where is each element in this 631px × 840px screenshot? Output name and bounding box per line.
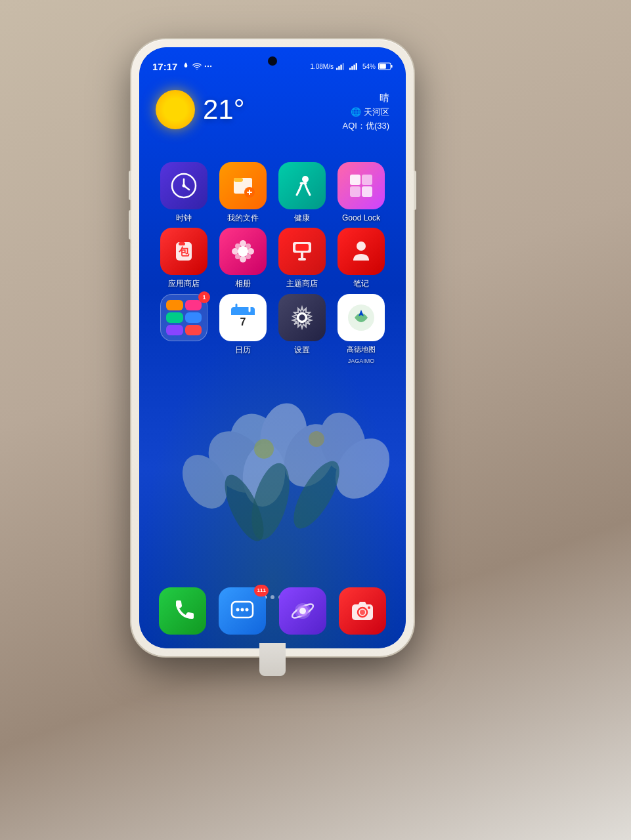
svg-point-15 [210,66,211,67]
app-item-themes[interactable]: 主题商店 [272,228,332,288]
weather-aqi: AQI：优(33) [342,119,389,133]
battery-percent: 54% [362,63,376,70]
svg-point-83 [368,606,370,609]
volume-up-button[interactable] [129,171,131,200]
notes-icon [337,228,385,275]
svg-rect-32 [234,178,243,182]
svg-point-56 [235,254,240,259]
dock-item-browser[interactable] [279,587,326,635]
files-label: 我的文件 [227,213,259,222]
svg-rect-22 [353,65,355,70]
signal-icon [336,62,347,70]
app-item-gallery[interactable]: 相册 [213,228,272,288]
calendar-svg: 7 [228,303,257,332]
app-item-notes[interactable]: 笔记 [332,228,391,288]
messages-badge: 111 [254,585,269,597]
appstore-label: 应用商店 [168,279,200,288]
svg-line-39 [305,183,307,190]
app-grid: 时钟 我的文件 [149,162,396,365]
weather-location: 🌐 天河区 [342,106,389,119]
svg-rect-44 [350,186,360,197]
goodlock-icon [337,162,385,209]
battery-icon [378,62,393,70]
clock-icon [160,162,207,209]
svg-point-52 [232,248,238,255]
svg-point-11 [254,439,274,459]
dock: 111 [152,579,393,642]
app-item-clock[interactable]: 时钟 [154,162,213,222]
camera-svg [349,598,376,624]
network-speed: 1.08M/s [310,63,334,70]
health-svg [288,171,316,200]
svg-rect-19 [343,63,344,70]
health-label: 健康 [294,213,310,222]
messages-icon: 111 [219,587,266,635]
svg-rect-42 [350,175,360,185]
svg-point-50 [240,240,246,247]
status-left: 17:17 [152,61,213,72]
app-item-map[interactable]: 高德地图 JAGAIMO [332,294,391,365]
svg-line-40 [297,190,299,195]
status-icons [181,62,213,71]
app-item-health[interactable]: 健康 [272,162,332,222]
svg-point-70 [298,314,306,322]
dock-item-camera[interactable] [339,587,386,635]
gallery-icon [219,228,267,275]
calendar-label: 日历 [235,345,251,354]
map-sublabel: JAGAIMO [348,358,375,365]
svg-rect-23 [356,63,357,70]
files-svg [228,171,257,200]
svg-rect-45 [362,186,372,197]
svg-rect-20 [349,68,351,70]
themes-label: 主题商店 [286,279,318,288]
themes-icon [278,228,326,275]
power-button[interactable] [414,171,416,210]
app-item-calendar[interactable]: 7 日历 [213,294,272,365]
svg-rect-60 [301,253,303,258]
phone-body: 17:17 [131,39,414,656]
folder-mini-6 [185,325,202,335]
svg-rect-21 [351,66,353,70]
camera-icon [339,587,386,635]
weather-widget[interactable]: 21° 晴 🌐 天河区 AQI：优(33) [156,90,389,133]
svg-point-82 [360,610,365,615]
signal-icon-2 [349,62,360,70]
phone-wrapper: 17:17 [131,39,414,794]
svg-line-38 [299,183,302,190]
goodlock-label: Good Lock [342,213,380,222]
weather-right: 晴 🌐 天河区 AQI：优(33) [342,90,389,133]
svg-point-54 [235,243,240,249]
svg-point-30 [183,184,186,188]
folder-mini-5 [166,325,183,335]
files-icon [219,162,267,209]
folder-mini-3 [166,312,183,323]
app-item-folder[interactable]: 1 [154,294,213,365]
folder-mini-4 [185,312,202,323]
svg-point-55 [246,243,251,249]
svg-point-73 [236,608,240,611]
svg-rect-47 [179,242,185,245]
appstore-icon: 包 [160,228,207,275]
app-item-files[interactable]: 我的文件 [213,162,272,222]
svg-rect-61 [298,258,306,261]
browser-icon [279,587,326,635]
settings-svg [288,303,316,332]
dock-item-phone[interactable] [159,587,206,635]
charging-cable [259,643,286,676]
app-item-goodlock[interactable]: Good Lock [332,162,391,222]
dock-item-messages[interactable]: 111 [219,587,266,635]
svg-text:7: 7 [240,316,246,327]
camera-hole [268,56,277,66]
app-item-settings[interactable]: 设置 [272,294,332,365]
gallery-svg [228,237,257,266]
clock-label: 时钟 [176,213,192,222]
svg-rect-26 [391,65,392,68]
app-item-appstore[interactable]: 包 应用商店 [154,228,213,288]
svg-point-51 [240,256,246,262]
goodlock-svg [345,169,378,202]
clock-svg [169,171,198,200]
folder-badge: 1 [198,291,210,303]
settings-label: 设置 [294,345,310,354]
volume-down-button[interactable] [129,210,131,240]
screen-bezel: 17:17 [139,47,406,648]
